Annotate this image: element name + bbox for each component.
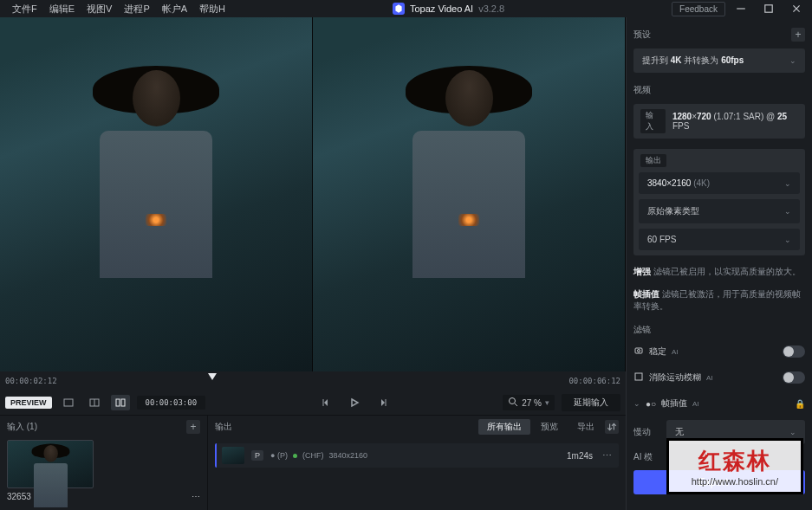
view-side-by-side-icon[interactable]	[111, 395, 130, 410]
time-current: 00:00:02:12	[5, 377, 57, 385]
output-more-icon[interactable]: ⋯	[600, 450, 614, 462]
input-label: 输入	[640, 109, 666, 133]
svg-rect-1	[765, 5, 772, 12]
app-title: Topaz Video AI	[410, 3, 473, 14]
interp-row: ⌄ ●○ 帧插值AI 🔒	[633, 391, 805, 416]
add-preset-button[interactable]: +	[791, 28, 805, 42]
output-badge: P	[251, 450, 263, 461]
svg-rect-4	[64, 399, 73, 406]
title-center: Topaz Video AI v3.2.8	[225, 3, 672, 15]
timeline-track[interactable]	[64, 378, 562, 384]
menu-process[interactable]: 进程P	[124, 3, 149, 16]
tab-export[interactable]: 导出	[568, 419, 603, 435]
enhance-description: 增强 滤镜已被启用，以实现高质量的放大。	[633, 266, 805, 278]
video-header: 视频	[633, 84, 651, 96]
slowmo-label: 慢动	[633, 426, 661, 438]
magnifier-icon	[508, 397, 518, 409]
interp-icon: ●○	[646, 399, 656, 409]
output-codec: ● (P)	[270, 451, 288, 460]
output-fps-select[interactable]: 60 FPS ⌄	[639, 229, 800, 250]
output-duration: 1m24s	[567, 451, 593, 461]
step-back-button[interactable]	[317, 395, 336, 410]
output-row[interactable]: P ● (P) (CHF) 3840x2160 1m24s ⋯	[215, 443, 619, 468]
menu-bar: 文件F 编辑E 视图V 进程P 帐户A 帮助H	[3, 3, 225, 16]
add-input-button[interactable]: +	[186, 420, 200, 434]
svg-line-12	[515, 403, 517, 406]
menu-help[interactable]: 帮助H	[199, 3, 225, 16]
menu-account[interactable]: 帐户A	[162, 3, 187, 16]
status-dot-icon	[293, 454, 297, 458]
zoom-value: 27 %	[522, 398, 542, 408]
chevron-down-icon: ⌄	[784, 236, 791, 244]
interp-label: 帧插值	[661, 397, 687, 410]
inputs-panel: 输入 (1) + 32653 (3).mp4 ⋯	[0, 416, 208, 510]
chevron-down-icon: ⌄	[789, 56, 796, 65]
preview-after	[313, 17, 626, 371]
crop-input-button[interactable]: 延期输入	[562, 394, 620, 411]
filters-header: 滤镜	[633, 324, 651, 336]
stabilize-label: 稳定	[649, 345, 666, 358]
view-single-icon[interactable]	[59, 395, 78, 410]
deblur-toggle[interactable]	[783, 371, 805, 384]
chevron-down-icon: ▾	[545, 398, 549, 407]
duration-display: 00:00:03:00	[137, 396, 206, 410]
stabilize-row: 稳定AI	[633, 339, 805, 365]
timeline[interactable]: 00:00:02:12 00:00:06:12	[0, 371, 626, 391]
output-label: 输出	[640, 154, 666, 167]
zoom-control[interactable]: 27 % ▾	[503, 395, 555, 410]
output-resolution-select[interactable]: 3840×2160 (4K) ⌄	[639, 172, 800, 194]
svg-rect-13	[635, 348, 642, 353]
time-total: 00:00:06:12	[568, 377, 620, 385]
svg-rect-8	[121, 399, 125, 406]
tab-all-outputs[interactable]: 所有输出	[478, 419, 530, 435]
minimize-button[interactable]	[729, 0, 753, 17]
deblur-icon	[633, 371, 644, 384]
preview-button[interactable]: PREVIEW	[5, 397, 52, 409]
chevron-down-icon: ⌄	[784, 179, 791, 188]
watermark: 红森林 http://www.hoslin.cn/	[666, 438, 803, 494]
preview-viewport[interactable]	[0, 17, 626, 371]
preset-header: 预设	[633, 29, 651, 41]
preset-select[interactable]: 提升到 4K 并转换为 60fps ⌄	[633, 48, 805, 73]
watermark-text: 红森林	[692, 446, 778, 476]
play-button[interactable]	[345, 395, 364, 410]
settings-panel: 预设 + 提升到 4K 并转换为 60fps ⌄ 视频 输入 1280×720 …	[626, 17, 812, 510]
menu-file[interactable]: 文件F	[12, 3, 37, 16]
outputs-panel: 输出 所有输出 预览 导出 P ● (P) (CHF) 38	[208, 416, 626, 510]
sort-button[interactable]	[605, 420, 619, 434]
menu-edit[interactable]: 编辑E	[49, 3, 75, 16]
input-item[interactable]: 32653 (3).mp4 ⋯	[7, 440, 200, 501]
title-bar: 文件F 编辑E 视图V 进程P 帐户A 帮助H Topaz Video AI v…	[0, 0, 812, 17]
controls-row: PREVIEW 00:00:03:00 27 % ▾ 延期输入	[0, 391, 626, 415]
input-thumbnail[interactable]	[7, 440, 94, 488]
maximize-button[interactable]	[757, 0, 781, 17]
app-version: v3.2.8	[478, 3, 504, 14]
input-more-icon[interactable]: ⋯	[192, 492, 200, 501]
watermark-url: http://www.hoslin.cn/	[692, 476, 778, 487]
tab-preview[interactable]: 预览	[532, 419, 567, 435]
deblur-row: 消除运动模糊AI	[633, 365, 805, 391]
output-thumbnail	[222, 447, 244, 464]
pixel-type-select[interactable]: 原始像素类型 ⌄	[639, 199, 800, 223]
menu-view[interactable]: 视图V	[87, 3, 112, 16]
chevron-down-icon: ⌄	[784, 207, 791, 216]
input-info: 输入 1280×720 (1.07:1 SAR) @ 25 FPS	[633, 104, 805, 139]
feedback-button[interactable]: Feedback	[672, 2, 725, 16]
output-resolution: 3840x2160	[328, 451, 367, 460]
output-container: (CHF)	[302, 451, 324, 460]
stabilize-toggle[interactable]	[783, 345, 805, 358]
svg-rect-7	[116, 399, 120, 406]
chevron-down-icon: ⌄	[789, 428, 796, 436]
stabilize-icon	[633, 345, 644, 358]
app-logo-icon	[393, 3, 405, 15]
lock-icon: 🔒	[795, 399, 805, 409]
svg-point-14	[638, 350, 640, 352]
step-forward-button[interactable]	[373, 395, 392, 410]
inputs-header: 输入 (1)	[7, 421, 37, 433]
chevron-down-icon[interactable]: ⌄	[633, 399, 640, 408]
view-split-icon[interactable]	[85, 395, 104, 410]
deblur-label: 消除运动模糊	[649, 371, 701, 384]
close-button[interactable]	[784, 0, 809, 17]
svg-rect-15	[635, 373, 642, 380]
playhead-icon[interactable]	[208, 373, 217, 380]
